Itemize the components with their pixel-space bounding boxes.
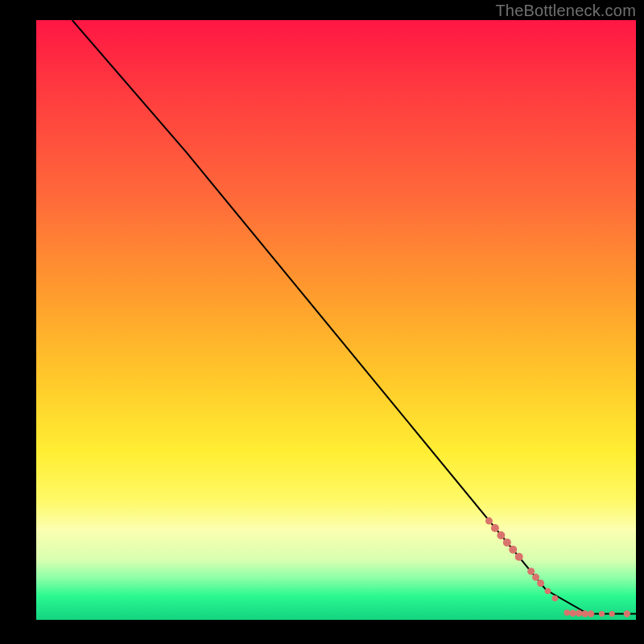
data-marker <box>545 588 551 594</box>
data-marker <box>570 610 576 617</box>
data-marker <box>624 610 630 617</box>
data-marker <box>515 553 523 561</box>
data-marker <box>576 610 582 617</box>
chart-overlay <box>36 20 636 620</box>
data-marker <box>599 611 605 617</box>
data-marker <box>588 610 594 617</box>
curve-line <box>72 20 636 614</box>
plot-area <box>36 20 636 620</box>
data-marker <box>532 574 539 581</box>
data-marker <box>564 609 571 616</box>
data-marker <box>491 524 499 532</box>
data-marker <box>497 531 505 539</box>
data-marker <box>581 610 588 617</box>
data-marker <box>503 539 511 547</box>
data-marker <box>509 546 517 554</box>
attribution-text: TheBottleneck.com <box>495 2 636 20</box>
data-marker <box>527 568 535 575</box>
data-marker <box>537 580 544 587</box>
data-marker <box>609 611 615 617</box>
data-marker <box>485 518 493 525</box>
data-marker <box>552 595 559 601</box>
